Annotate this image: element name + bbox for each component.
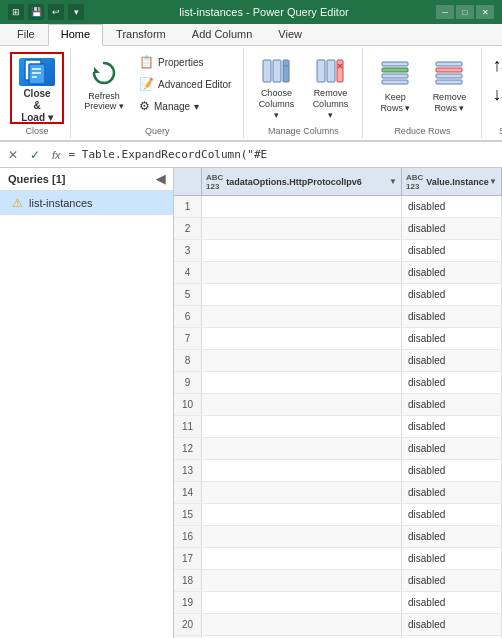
formula-bar: ✕ ✓ fx — [0, 142, 502, 168]
quick-access-save[interactable]: 💾 — [28, 4, 44, 20]
table-row[interactable]: 19 disabled — [174, 592, 502, 614]
ribbon-group-query: RefreshPreview ▾ 📋 Properties 📝 Advanced… — [71, 48, 244, 138]
grid-cell-col1 — [202, 438, 402, 459]
sort-ascending-button[interactable]: ↑A→Z — [488, 52, 502, 79]
grid-cell-col1 — [202, 262, 402, 283]
table-row[interactable]: 13 disabled — [174, 460, 502, 482]
col1-filter-button[interactable]: ▼ — [389, 177, 397, 186]
grid-cell-col2: disabled — [402, 218, 502, 239]
manage-button[interactable]: ⚙ Manage ▾ — [133, 96, 237, 116]
close-load-label: Close &Load ▾ — [20, 88, 54, 124]
formula-fx-label: fx — [48, 147, 65, 163]
sort-descending-button[interactable]: ↓Z→A — [488, 81, 502, 108]
row-number: 8 — [174, 350, 202, 371]
quick-access-dropdown[interactable]: ▾ — [68, 4, 84, 20]
query-item-list-instances[interactable]: ⚠ list-instances — [0, 191, 173, 215]
table-row[interactable]: 6 disabled — [174, 306, 502, 328]
refresh-preview-button[interactable]: RefreshPreview ▾ — [77, 52, 131, 124]
grid-cell-col1 — [202, 416, 402, 437]
grid-cell-col1 — [202, 306, 402, 327]
table-row[interactable]: 3 disabled — [174, 240, 502, 262]
tab-transform[interactable]: Transform — [103, 24, 179, 45]
table-row[interactable]: 12 disabled — [174, 438, 502, 460]
grid-cell-col2: disabled — [402, 394, 502, 415]
manage-icon: ⚙ — [139, 99, 150, 113]
table-row[interactable]: 15 disabled — [174, 504, 502, 526]
quick-access-undo[interactable]: ↩ — [48, 4, 64, 20]
maximize-button[interactable]: □ — [456, 5, 474, 19]
table-row[interactable]: 1 disabled — [174, 196, 502, 218]
table-row[interactable]: 4 disabled — [174, 262, 502, 284]
table-row[interactable]: 9 disabled — [174, 372, 502, 394]
row-number: 6 — [174, 306, 202, 327]
refresh-icon — [86, 55, 122, 91]
grid-cell-col1 — [202, 350, 402, 371]
row-number: 10 — [174, 394, 202, 415]
grid-row-number-header — [174, 168, 202, 195]
formula-cancel-button[interactable]: ✕ — [4, 146, 22, 164]
table-row[interactable]: 20 disabled — [174, 614, 502, 636]
grid-cell-col2: disabled — [402, 328, 502, 349]
choose-columns-button[interactable]: ChooseColumns ▾ — [250, 52, 302, 124]
grid-cell-col1 — [202, 614, 402, 635]
svg-rect-8 — [283, 60, 289, 82]
grid-cell-col2: disabled — [402, 240, 502, 261]
grid-cell-col2: disabled — [402, 548, 502, 569]
grid-cell-col2: disabled — [402, 416, 502, 437]
keep-rows-icon — [378, 56, 412, 90]
table-row[interactable]: 14 disabled — [174, 482, 502, 504]
table-row[interactable]: 17 disabled — [174, 548, 502, 570]
tab-add-column[interactable]: Add Column — [179, 24, 266, 45]
table-row[interactable]: 8 disabled — [174, 350, 502, 372]
row-number: 12 — [174, 438, 202, 459]
svg-rect-15 — [382, 62, 408, 66]
grid-cell-col2: disabled — [402, 262, 502, 283]
grid-cell-col2: disabled — [402, 372, 502, 393]
manage-label: Manage — [154, 101, 190, 112]
remove-rows-label: RemoveRows ▾ — [433, 92, 467, 114]
row-number: 17 — [174, 548, 202, 569]
minimize-button[interactable]: ─ — [436, 5, 454, 19]
query-group-label: Query — [71, 126, 243, 136]
close-load-icon — [19, 58, 55, 86]
keep-rows-button[interactable]: KeepRows ▾ — [369, 52, 421, 124]
svg-rect-12 — [337, 60, 343, 82]
formula-input[interactable] — [69, 148, 498, 161]
table-row[interactable]: 2 disabled — [174, 218, 502, 240]
grid-cell-col2: disabled — [402, 306, 502, 327]
tab-home[interactable]: Home — [48, 24, 103, 46]
row-number: 2 — [174, 218, 202, 239]
query-stacked-buttons: 📋 Properties 📝 Advanced Editor ⚙ Manage … — [133, 52, 237, 130]
grid-cell-col2: disabled — [402, 350, 502, 371]
col1-type-icon: ABC123 — [206, 173, 223, 191]
remove-columns-button[interactable]: RemoveColumns ▾ — [304, 52, 356, 124]
tab-file[interactable]: File — [4, 24, 48, 45]
close-and-load-button[interactable]: Close &Load ▾ — [10, 52, 64, 124]
table-row[interactable]: 7 disabled — [174, 328, 502, 350]
grid-cell-col2: disabled — [402, 526, 502, 547]
close-group-label: Close — [4, 126, 70, 136]
formula-confirm-button[interactable]: ✓ — [26, 146, 44, 164]
queries-panel: Queries [1] ◀ ⚠ list-instances — [0, 168, 174, 638]
svg-rect-18 — [382, 80, 408, 84]
choose-columns-label: ChooseColumns ▾ — [256, 88, 296, 120]
grid-col-header-2[interactable]: ABC123 Value.Instance ▼ — [402, 168, 502, 195]
grid-col-header-1[interactable]: ABC123 tadataOptions.HttpProtocolIpv6 ▼ — [202, 168, 402, 195]
grid-cell-col1 — [202, 548, 402, 569]
table-row[interactable]: 18 disabled — [174, 570, 502, 592]
close-button[interactable]: ✕ — [476, 5, 494, 19]
table-row[interactable]: 16 disabled — [174, 526, 502, 548]
sort-ascending-icon: ↑A→Z — [492, 55, 502, 76]
row-number: 16 — [174, 526, 202, 547]
properties-button[interactable]: 📋 Properties — [133, 52, 237, 72]
remove-rows-button[interactable]: RemoveRows ▾ — [423, 52, 475, 124]
advanced-editor-button[interactable]: 📝 Advanced Editor — [133, 74, 237, 94]
table-row[interactable]: 5 disabled — [174, 284, 502, 306]
table-row[interactable]: 10 disabled — [174, 394, 502, 416]
col2-filter-button[interactable]: ▼ — [489, 177, 497, 186]
tab-view[interactable]: View — [265, 24, 315, 45]
grid-cell-col1 — [202, 240, 402, 261]
title-text: list-instances - Power Query Editor — [92, 6, 436, 18]
queries-collapse-button[interactable]: ◀ — [156, 172, 165, 186]
table-row[interactable]: 11 disabled — [174, 416, 502, 438]
